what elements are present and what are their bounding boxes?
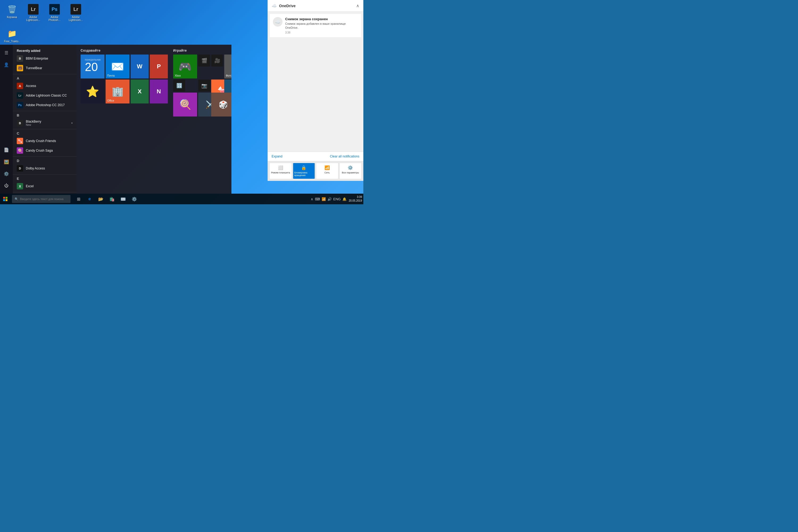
desktop-icon-recycle[interactable]: 🗑️ Корзина [3, 3, 21, 23]
tile-word[interactable]: W [131, 55, 149, 78]
candy-friends-icon: 🍬 [17, 138, 23, 144]
sidebar-pictures[interactable]: 🖼️ [1, 156, 12, 167]
search-icon: 🔍 [15, 197, 18, 201]
notification-header: ☁️ OneDrive ∧ [268, 0, 363, 12]
tiles-area: Создавайте понедельник 20 ✉️ Почта [77, 45, 231, 194]
network-icon: 📶 [324, 165, 330, 170]
svg-rect-2 [3, 199, 5, 201]
create-title: Создавайте [81, 49, 168, 52]
sidebar-settings[interactable]: ⚙️ [1, 168, 12, 179]
desktop-icon-lr2[interactable]: Lr Adobe Lightroom... [66, 3, 85, 23]
excel-icon: X [17, 183, 23, 189]
edge-taskbar-icon[interactable]: e [84, 194, 95, 204]
letter-c: C [13, 129, 77, 136]
applist-item-candy-friends[interactable]: 🍬 Candy Crush Friends [13, 136, 77, 146]
letter-e: E [13, 174, 77, 182]
sidebar-power[interactable]: ⏻ [1, 180, 12, 191]
notification-close-icon[interactable]: ∧ [356, 3, 359, 8]
tile-excel-small[interactable]: X [131, 79, 149, 103]
tile-office[interactable]: 🏢 Office [106, 79, 130, 103]
taskbar: 🔍 ⊞ e 📂 🛍️ ✉️ ⚙️ ∧ ⌨ 📶 🔊 ENG 🔔 3:39 20.0… [0, 194, 363, 204]
notification-card-body: Снимок экрана добавлен в ваше хранилище … [285, 22, 358, 30]
tunnelbear-icon: 🐻 [17, 65, 23, 71]
letter-b: B [13, 111, 77, 118]
notification-card-time: 3:38 [285, 31, 358, 34]
candy-saga-icon: 🍭 [17, 147, 23, 154]
notification-card-title: Снимок экрана сохранен [285, 17, 358, 21]
onedrive-icon: ☁️ [271, 3, 277, 8]
tile-onenote[interactable]: N [150, 79, 168, 103]
tile-photos[interactable]: 🏔️ Фотограф... [224, 55, 231, 78]
keyboard-icon[interactable]: ⌨ [315, 197, 320, 201]
tile-calc[interactable]: 🔢 [173, 79, 185, 92]
tile-webcam[interactable]: 📷 [198, 79, 210, 92]
start-button[interactable] [0, 194, 11, 204]
applist-item-excel[interactable]: X Excel [13, 182, 77, 191]
tile-mail[interactable]: ✉️ Почта [106, 55, 130, 78]
sidebar-hamburger[interactable]: ☰ [1, 48, 12, 58]
network-taskbar-icon[interactable]: 📶 [322, 197, 326, 201]
photoshop-icon: Ps [17, 102, 23, 108]
taskbar-time: 3:39 20.05.2019 [349, 195, 362, 203]
taskbar-icons: ⊞ e 📂 🛍️ ✉️ ⚙️ [73, 194, 140, 204]
notification-title: OneDrive [279, 4, 296, 8]
bbm-icon: B [17, 55, 23, 62]
chevron-up-icon[interactable]: ∧ [311, 197, 314, 201]
create-section: Создавайте понедельник 20 ✉️ Почта [81, 49, 168, 178]
settings-icon: ⚙️ [348, 165, 353, 170]
applist-item-lightroom[interactable]: Lr Adobe Lightroom Classic CC [13, 91, 77, 100]
search-box[interactable]: 🔍 [12, 195, 71, 203]
settings-taskbar-icon[interactable]: ⚙️ [129, 194, 140, 204]
language-label[interactable]: ENG [333, 197, 341, 201]
volume-icon[interactable]: 🔊 [327, 197, 332, 201]
applist-item-blackberry[interactable]: B BlackBerry New ▾ [13, 118, 77, 128]
notification-bell-icon[interactable]: 🔔 [342, 197, 347, 201]
tile-camera[interactable]: 🎥 [211, 55, 223, 66]
rotation-lock-icon: 🔒 [301, 165, 306, 170]
clear-all-button[interactable]: Clear all notifications [330, 155, 359, 158]
expand-button[interactable]: Expand [271, 155, 283, 158]
task-view-icon[interactable]: ⊞ [73, 194, 84, 204]
letter-a: A [13, 74, 77, 81]
action-network[interactable]: 📶 Сеть [316, 163, 338, 179]
store-taskbar-icon[interactable]: 🛍️ [107, 194, 117, 204]
lightroom-icon: Lr [17, 92, 23, 99]
desktop-icon-lr1[interactable]: Lr Adobe Lightroom... [24, 3, 42, 23]
desktop-icon-folder1[interactable]: 📁 Free_Trakto... [3, 27, 21, 47]
applist-item-candy-saga[interactable]: 🍭 Candy Crush Saga [13, 146, 77, 155]
applist-item-dolby[interactable]: D Dolby Access [13, 164, 77, 173]
recently-added-header: Recently added [13, 48, 77, 54]
start-sidebar: ☰ 👤 📄 🖼️ ⚙️ ⏻ [0, 45, 13, 194]
blackberry-icon: B [17, 120, 23, 126]
action-all-settings[interactable]: ⚙️ Все параметры [340, 163, 361, 179]
notification-panel: ☁️ OneDrive ∧ ☁️ Снимок экрана сохранен … [268, 0, 363, 181]
applist-item-bbm[interactable]: B BBM Enterprise [13, 54, 77, 63]
start-menu: ☰ 👤 📄 🖼️ ⚙️ ⏻ Recently added B BBM Enter… [0, 45, 231, 194]
sidebar-user[interactable]: 👤 [1, 59, 12, 70]
app-list: Recently added B BBM Enterprise 🐻 Tunnel… [13, 45, 77, 194]
search-input[interactable] [20, 197, 68, 201]
action-tablet-mode[interactable]: ⬜ Режим планшета [270, 163, 291, 179]
action-rotation-lock[interactable]: 🔒 Блокировка вращения [293, 163, 315, 179]
tile-mypeople[interactable]: ⭐ [81, 79, 104, 103]
tile-goodgame[interactable]: 🎲 [211, 93, 231, 116]
notification-actions: ⬜ Режим планшета 🔒 Блокировка вращения 📶… [268, 161, 363, 181]
applist-item-access[interactable]: A Access [13, 81, 77, 91]
applist-item-photoshop[interactable]: Ps Adobe Photoshop CC 2017 [13, 100, 77, 110]
blackberry-arrow-icon: ▾ [71, 121, 73, 125]
tile-xbox[interactable]: 🎮 Xbox [173, 55, 197, 78]
applist-item-tunnelbear[interactable]: 🐻 TunnelBear [13, 63, 77, 73]
svg-rect-3 [5, 199, 7, 201]
mail-taskbar-icon[interactable]: ✉️ [118, 194, 129, 204]
tile-candy-saga-play[interactable]: 🍭 [173, 93, 197, 116]
desktop-icon-ps[interactable]: Ps Adobe Photosh... [45, 3, 64, 23]
tile-calendar[interactable]: понедельник 20 [81, 55, 104, 78]
taskbar-right: ∧ ⌨ 📶 🔊 ENG 🔔 3:39 20.05.2019 [311, 195, 363, 203]
notification-card: ☁️ Снимок экрана сохранен Снимок экрана … [270, 14, 361, 37]
tile-powerpoint[interactable]: P [150, 55, 168, 78]
play-title: Играйте [173, 49, 231, 52]
sidebar-documents[interactable]: 📄 [1, 145, 12, 155]
tile-video[interactable]: 🎬 [198, 55, 210, 66]
folder-taskbar-icon[interactable]: 📂 [95, 194, 106, 204]
notification-card-icon: ☁️ [273, 17, 283, 26]
